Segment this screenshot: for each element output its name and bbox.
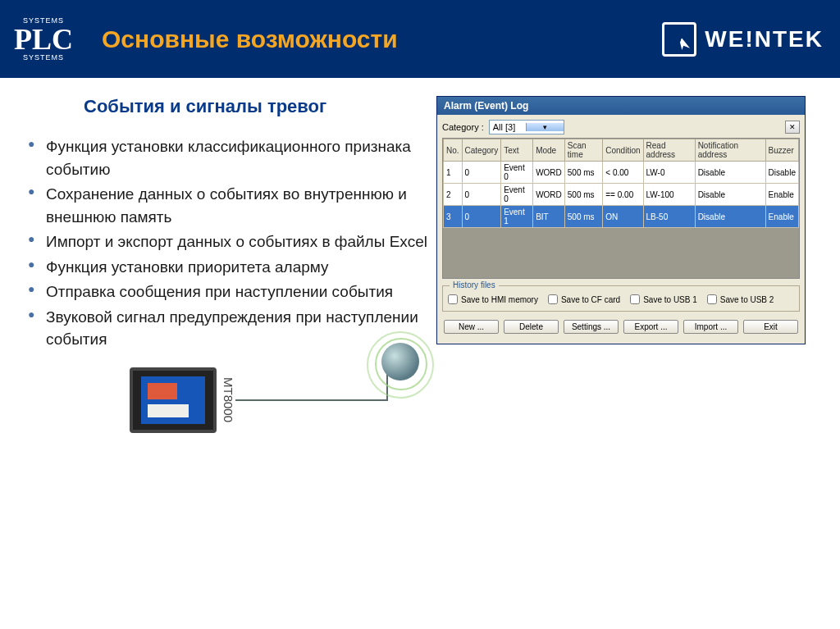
page-title: Основные возможности xyxy=(102,25,398,53)
list-item: Сохранение данных о событиях во внутренн… xyxy=(23,183,435,228)
save-checkbox[interactable]: Save to HMI memory xyxy=(448,294,538,304)
save-checkbox[interactable]: Save to USB 1 xyxy=(630,294,697,304)
history-group: History files Save to HMI memorySave to … xyxy=(442,285,800,312)
hmi-device xyxy=(130,367,217,433)
weintek-text: WE!NTEK xyxy=(705,26,824,52)
list-item: Отправка сообщения при наступлении событ… xyxy=(23,280,435,303)
save-checkbox[interactable]: Save to CF card xyxy=(548,294,620,304)
category-value: All [3] xyxy=(490,122,527,132)
plc-logo: SYSTEMS PLC SYSTEMS xyxy=(0,0,87,78)
dialog-button[interactable]: Delete xyxy=(504,320,559,334)
feature-list: Функция установки классификационного при… xyxy=(23,135,435,351)
dialog-button[interactable]: New ... xyxy=(444,320,499,334)
plc-logo-mid: PLC xyxy=(14,25,73,54)
dialog-button[interactable]: Exit xyxy=(743,320,798,334)
alarm-log-dialog: Alarm (Event) Log Category : All [3] ▾ ✕… xyxy=(436,96,806,344)
wire-icon xyxy=(235,399,388,401)
event-grid: No.CategoryTextModeScan timeConditionRea… xyxy=(442,138,800,279)
close-button[interactable]: ✕ xyxy=(785,121,800,134)
speaker-icon xyxy=(381,343,419,381)
table-row[interactable]: 10Event 0WORD500 ms< 0.00LW-0DisableDisa… xyxy=(444,162,799,184)
table-row[interactable]: 20Event 0WORD500 ms== 0.00LW-100DisableE… xyxy=(444,184,799,206)
dialog-title: Alarm (Event) Log xyxy=(437,97,805,115)
save-checkbox[interactable]: Save to USB 2 xyxy=(707,294,774,304)
diagram: MT8000 xyxy=(130,367,435,433)
history-label: History files xyxy=(450,280,499,289)
weintek-icon xyxy=(662,22,696,57)
category-label: Category : xyxy=(442,122,484,132)
table-row[interactable]: 30Event 1BIT500 msONLB-50DisableEnable xyxy=(444,206,799,228)
chevron-down-icon: ▾ xyxy=(526,123,564,131)
list-item: Импорт и экспорт данных о событиях в фай… xyxy=(23,230,435,253)
dialog-button[interactable]: Settings ... xyxy=(564,320,619,334)
dialog-button[interactable]: Export ... xyxy=(623,320,678,334)
dialog-button[interactable]: Import ... xyxy=(683,320,738,334)
section-subtitle: События и сигналы тревог xyxy=(84,96,435,117)
list-item: Функция установки классификационного при… xyxy=(23,135,435,180)
device-label: MT8000 xyxy=(221,377,235,422)
list-item: Функция установки приоритета аларму xyxy=(23,256,435,279)
category-combo[interactable]: All [3] ▾ xyxy=(489,120,564,134)
slide-header: SYSTEMS PLC SYSTEMS Основные возможности… xyxy=(0,0,840,78)
weintek-logo: WE!NTEK xyxy=(662,22,840,57)
table-header-row: No.CategoryTextModeScan timeConditionRea… xyxy=(444,139,799,162)
